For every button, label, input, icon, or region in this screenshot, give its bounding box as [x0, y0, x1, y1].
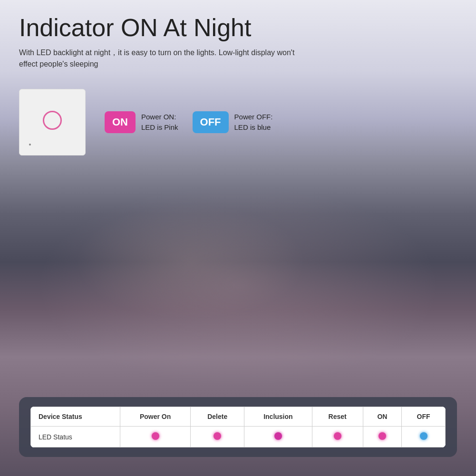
main-content: Indicator ON At Night With LED backlight…: [0, 0, 476, 184]
col-header-delete: Delete: [191, 407, 244, 427]
on-status-item: ON Power ON: LED is Pink: [105, 111, 178, 133]
table-header-row: Device Status Power On Delete Inclusion …: [31, 407, 446, 427]
led-dot-inclusion: [244, 427, 312, 447]
dot-pink-3: [274, 432, 282, 440]
dot-pink-1: [152, 432, 159, 440]
col-header-poweron: Power On: [120, 407, 191, 427]
led-dot-reset: [312, 427, 363, 447]
dot-pink-4: [334, 432, 341, 440]
led-dot-on: [363, 427, 401, 447]
switch-image: [19, 89, 86, 155]
status-indicators: ON Power ON: LED is Pink OFF Power OFF: …: [105, 111, 272, 133]
bottom-table-container: Device Status Power On Delete Inclusion …: [19, 397, 457, 457]
col-header-inclusion: Inclusion: [244, 407, 312, 427]
col-header-reset: Reset: [312, 407, 363, 427]
col-header-device: Device Status: [31, 407, 120, 427]
row-label: LED Status: [31, 427, 120, 447]
dot-pink-2: [214, 432, 221, 440]
indicator-section: ON Power ON: LED is Pink OFF Power OFF: …: [19, 89, 457, 155]
status-table: Device Status Power On Delete Inclusion …: [30, 407, 446, 447]
off-badge: OFF: [193, 111, 229, 133]
off-status-item: OFF Power OFF: LED is blue: [193, 111, 273, 133]
switch-ring-icon: [43, 111, 62, 130]
page-subtitle: With LED backlight at night，it is easy t…: [19, 47, 295, 70]
page-title: Indicator ON At Night: [19, 14, 457, 41]
led-dot-delete: [191, 427, 244, 447]
led-dot-poweron: [120, 427, 191, 447]
col-header-off: OFF: [402, 407, 446, 427]
dot-pink-5: [379, 432, 386, 440]
col-header-on: ON: [363, 407, 401, 427]
off-status-text: Power OFF: LED is blue: [234, 112, 273, 133]
table-row: LED Status: [31, 427, 446, 447]
on-badge: ON: [105, 111, 136, 133]
switch-dot-icon: [29, 144, 31, 146]
dot-blue-1: [420, 432, 427, 440]
on-status-text: Power ON: LED is Pink: [141, 112, 178, 133]
led-dot-off: [402, 427, 446, 447]
